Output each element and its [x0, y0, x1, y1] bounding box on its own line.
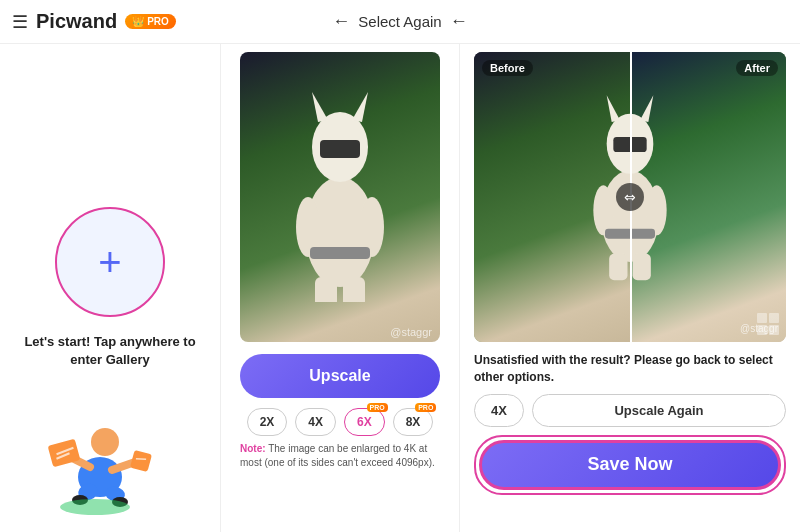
- upload-area[interactable]: +: [55, 207, 165, 317]
- svg-marker-17: [352, 92, 368, 122]
- scale-6x-button[interactable]: 6XPRO: [344, 408, 385, 436]
- svg-rect-23: [343, 277, 365, 302]
- pro-badge-8x: PRO: [415, 403, 436, 412]
- original-image: @staggr: [240, 52, 440, 342]
- svg-point-6: [60, 499, 130, 515]
- svg-rect-12: [130, 450, 152, 472]
- app-title: Picwand: [36, 10, 117, 33]
- pro-badge-6x: PRO: [367, 403, 388, 412]
- note-label: Note:: [240, 443, 266, 454]
- crown-icon: 👑: [132, 16, 144, 27]
- menu-icon[interactable]: ☰: [12, 11, 28, 33]
- select-again-link[interactable]: Select Again: [358, 13, 441, 30]
- note-text: Note: The image can be enlarged to 4K at…: [240, 442, 440, 470]
- svg-rect-32: [609, 254, 627, 281]
- left-panel: + Let's start! Tap anywhere to enter Gal…: [0, 44, 220, 532]
- svg-rect-33: [633, 254, 651, 281]
- svg-rect-21: [310, 247, 370, 259]
- forward-arrow-icon[interactable]: ←: [450, 11, 468, 32]
- action-row: 4X Upscale Again: [474, 394, 786, 427]
- svg-point-30: [647, 185, 667, 235]
- result-scale-4x-button[interactable]: 4X: [474, 394, 524, 427]
- svg-point-29: [593, 185, 613, 235]
- svg-marker-26: [607, 95, 620, 122]
- top-navigation: ☰ Picwand 👑 PRO ← Select Again ←: [0, 0, 800, 44]
- original-watermark: @staggr: [382, 322, 440, 342]
- plus-icon: +: [98, 242, 121, 282]
- scale-8x-button[interactable]: 8XPRO: [393, 408, 434, 436]
- save-now-button[interactable]: Save Now: [479, 440, 781, 490]
- illustration: [0, 402, 220, 522]
- scale-options: 2X 4X 6XPRO 8XPRO: [247, 408, 434, 436]
- upscale-again-button[interactable]: Upscale Again: [532, 394, 786, 427]
- svg-marker-27: [640, 95, 653, 122]
- save-now-wrapper: Save Now: [474, 435, 786, 495]
- note-content: The image can be enlarged to 4K at most …: [240, 443, 435, 468]
- svg-rect-18: [320, 140, 360, 158]
- before-label: Before: [482, 60, 533, 76]
- svg-marker-16: [312, 92, 328, 122]
- middle-panel: @staggr Upscale 2X 4X 6XPRO 8XPRO Note: …: [220, 44, 460, 532]
- nav-left: ☰ Picwand 👑 PRO: [12, 10, 212, 33]
- svg-rect-34: [757, 313, 767, 323]
- svg-point-0: [91, 428, 119, 456]
- pro-badge: 👑 PRO: [125, 14, 176, 29]
- right-panel: Before After ⇔ @staggr Unsatisfied with …: [460, 44, 800, 532]
- svg-rect-22: [315, 277, 337, 302]
- scale-4x-button[interactable]: 4X: [295, 408, 336, 436]
- svg-rect-36: [757, 325, 767, 335]
- upscale-button[interactable]: Upscale: [240, 354, 440, 398]
- nav-center: ← Select Again ←: [212, 11, 588, 32]
- svg-rect-37: [769, 325, 779, 335]
- main-content: + Let's start! Tap anywhere to enter Gal…: [0, 44, 800, 532]
- svg-rect-35: [769, 313, 779, 323]
- unsatisfied-text: Unsatisfied with the result? Please go b…: [474, 352, 786, 386]
- back-button[interactable]: ←: [332, 11, 350, 32]
- gallery-hint: Let's start! Tap anywhere to enter Galle…: [20, 333, 200, 369]
- divider-handle[interactable]: ⇔: [616, 183, 644, 211]
- scale-2x-button[interactable]: 2X: [247, 408, 288, 436]
- before-after-container: Before After ⇔ @staggr: [474, 52, 786, 342]
- after-label: After: [736, 60, 778, 76]
